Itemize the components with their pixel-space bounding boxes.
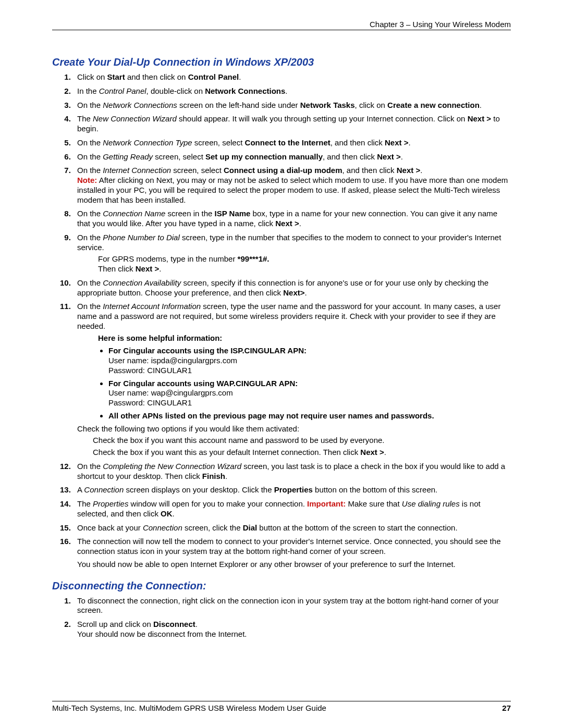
check-option-2: Check the box if you want this as your d… bbox=[93, 448, 511, 458]
step-11: On the Internet Account Information scre… bbox=[73, 302, 511, 458]
step-4: The New Connection Wizard should appear.… bbox=[73, 114, 511, 134]
page-footer: Multi-Tech Systems, Inc. MultiModem GPRS… bbox=[52, 701, 511, 712]
step-15: Once back at your Connection screen, cli… bbox=[73, 523, 511, 533]
steps-list-create: Click on Start and then click on Control… bbox=[73, 72, 511, 570]
page-number: 27 bbox=[502, 704, 511, 712]
step-1: Click on Start and then click on Control… bbox=[73, 72, 511, 82]
step-12: On the Completing the New Connection Wiz… bbox=[73, 462, 511, 482]
step-9: On the Phone Number to Dial screen, type… bbox=[73, 233, 511, 274]
step-3: On the Network Connections screen on the… bbox=[73, 101, 511, 110]
apn-isp-cingular: For Cingular accounts using the ISP.CING… bbox=[108, 346, 511, 375]
steps-list-disconnect: To disconnect the connection, right clic… bbox=[73, 596, 511, 639]
disc-step-2: Scroll up and click on Disconnect.Your s… bbox=[73, 620, 511, 639]
step-2: In the Control Panel, double-click on Ne… bbox=[73, 87, 511, 96]
page-header: Chapter 3 – Using Your Wireless Modem bbox=[52, 20, 511, 30]
check-option-1: Check the box if you want this account n… bbox=[93, 436, 511, 446]
document-page: Chapter 3 – Using Your Wireless Modem Cr… bbox=[0, 0, 563, 728]
step-6: On the Getting Ready screen, select Set … bbox=[73, 152, 511, 162]
apn-list: For Cingular accounts using the ISP.CING… bbox=[108, 346, 511, 421]
step-16-note: You should now be able to open Internet … bbox=[77, 560, 511, 570]
step-7: On the Internet Connection screen, selec… bbox=[73, 166, 511, 205]
helpful-info-header: Here is some helpful information: bbox=[98, 334, 511, 343]
disc-step-1: To disconnect the connection, right clic… bbox=[73, 596, 511, 616]
step-14: The Properties window will open for you … bbox=[73, 499, 511, 519]
apn-wap-cingular: For Cingular accounts using WAP.CINGULAR… bbox=[108, 379, 511, 408]
step-5: On the Network Connection Type screen, s… bbox=[73, 138, 511, 148]
step-13: A Connection screen displays on your des… bbox=[73, 485, 511, 495]
step-16: The connection will now tell the modem t… bbox=[73, 537, 511, 569]
section-title-create-connection: Create Your Dial-Up Connection in Window… bbox=[52, 56, 511, 68]
section-title-disconnecting: Disconnecting the Connection: bbox=[52, 580, 511, 592]
step-10: On the Connection Availability screen, s… bbox=[73, 278, 511, 298]
footer-text: Multi-Tech Systems, Inc. MultiModem GPRS… bbox=[52, 704, 326, 712]
apn-other: All other APNs listed on the previous pa… bbox=[108, 411, 511, 421]
check-options-intro: Check the following two options if you w… bbox=[77, 424, 511, 434]
step-9-sub: For GPRS modems, type in the number *99*… bbox=[98, 254, 511, 274]
step-8: On the Connection Name screen in the ISP… bbox=[73, 209, 511, 229]
